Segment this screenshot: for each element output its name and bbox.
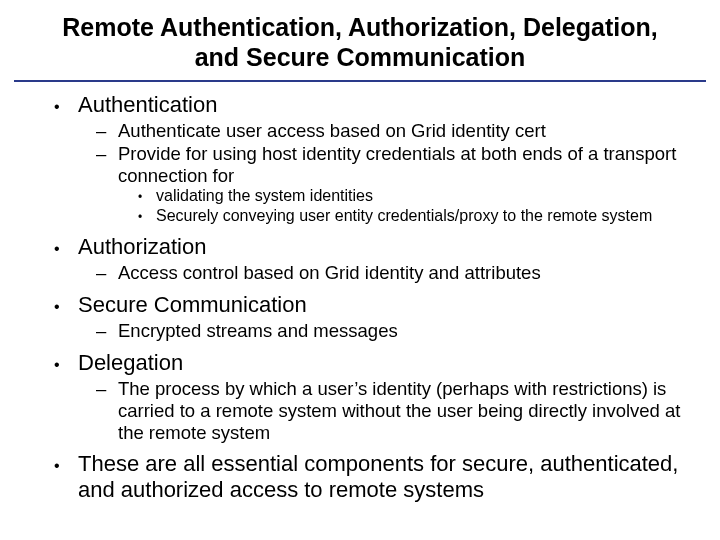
bullet-lvl2: – The process by which a user’s identity… — [96, 378, 696, 443]
bullet-text: Secure Communication — [78, 292, 696, 318]
dash-bullet-icon: – — [96, 378, 118, 400]
bullet-lvl1: • Authorization — [54, 234, 696, 260]
bullet-lvl2: – Provide for using host identity creden… — [96, 143, 696, 187]
bullet-text: The process by which a user’s identity (… — [118, 378, 696, 443]
disc-bullet-icon: • — [138, 189, 156, 205]
bullet-lvl3: • Securely conveying user entity credent… — [138, 207, 696, 226]
bullet-text: These are all essential components for s… — [78, 451, 696, 503]
disc-bullet-icon: • — [54, 354, 78, 376]
disc-bullet-icon: • — [54, 96, 78, 118]
bullet-lvl1: • These are all essential components for… — [54, 451, 696, 503]
dash-bullet-icon: – — [96, 120, 118, 142]
bullet-lvl1: • Secure Communication — [54, 292, 696, 318]
bullet-text: Provide for using host identity credenti… — [118, 143, 696, 187]
disc-bullet-icon: • — [54, 296, 78, 318]
bullet-text: Securely conveying user entity credentia… — [156, 207, 696, 226]
bullet-lvl2: – Authenticate user access based on Grid… — [96, 120, 696, 142]
disc-bullet-icon: • — [54, 455, 78, 477]
disc-bullet-icon: • — [138, 209, 156, 225]
disc-bullet-icon: • — [54, 238, 78, 260]
bullet-text: Access control based on Grid identity an… — [118, 262, 696, 284]
slide: Remote Authentication, Authorization, De… — [0, 0, 720, 540]
bullet-text: Delegation — [78, 350, 696, 376]
bullet-lvl1: • Authentication — [54, 92, 696, 118]
dash-bullet-icon: – — [96, 143, 118, 165]
title-underline — [14, 80, 706, 82]
bullet-text: Encrypted streams and messages — [118, 320, 696, 342]
bullet-lvl3: • validating the system identities — [138, 187, 696, 206]
bullet-text: validating the system identities — [156, 187, 696, 206]
bullet-text: Authorization — [78, 234, 696, 260]
dash-bullet-icon: – — [96, 262, 118, 284]
bullet-text: Authentication — [78, 92, 696, 118]
bullet-lvl1: • Delegation — [54, 350, 696, 376]
bullet-lvl2: – Encrypted streams and messages — [96, 320, 696, 342]
bullet-lvl2: – Access control based on Grid identity … — [96, 262, 696, 284]
bullet-text: Authenticate user access based on Grid i… — [118, 120, 696, 142]
dash-bullet-icon: – — [96, 320, 118, 342]
slide-body: • Authentication – Authenticate user acc… — [0, 92, 720, 503]
slide-title: Remote Authentication, Authorization, De… — [0, 12, 720, 80]
